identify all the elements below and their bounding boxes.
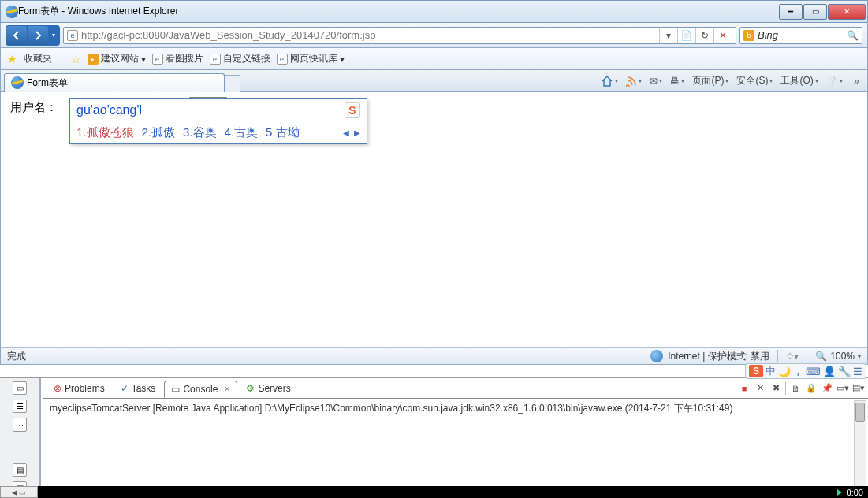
clock-text: 0:00 bbox=[847, 488, 863, 497]
nav-button-group: ▾ bbox=[6, 25, 60, 46]
ime-candidate-3[interactable]: 3.谷奥 bbox=[183, 125, 217, 140]
dock-item-1[interactable]: ▭ bbox=[13, 381, 27, 395]
maximize-button[interactable]: ▭ bbox=[803, 4, 827, 20]
sogou-logo-icon: S bbox=[345, 102, 360, 118]
compat-view-icon[interactable]: 📄 bbox=[677, 28, 695, 43]
ime-soft-kbd-icon[interactable]: ⌨ bbox=[806, 366, 821, 377]
ime-candidate-4[interactable]: 4.古奥 bbox=[225, 125, 259, 140]
url-dropdown-icon[interactable]: ▾ bbox=[659, 28, 676, 43]
fav-link-2[interactable]: e自定义链接 bbox=[210, 52, 270, 65]
tab-console[interactable]: ▭Console✕ bbox=[164, 381, 237, 398]
ime-menu-icon[interactable]: ☰ bbox=[853, 366, 862, 377]
page-menu[interactable]: 页面(P) ▾ bbox=[692, 74, 728, 87]
command-bar-overflow[interactable]: » bbox=[854, 75, 859, 87]
dock-item-2[interactable]: ☰ bbox=[13, 400, 27, 413]
ime-composition-text[interactable]: gu'ao'cang'l bbox=[76, 103, 142, 117]
open-console-icon[interactable]: ▤▾ bbox=[852, 382, 865, 395]
window-titlebar: Form表单 - Windows Internet Explorer ━ ▭ ✕ bbox=[0, 0, 868, 23]
tab-servers[interactable]: ⚙Servers bbox=[239, 380, 297, 397]
tab-bar: Form表单 ▾ ▾ ✉▾ 🖶▾ 页面(P) ▾ 安全(S) ▾ 工具(O) ▾… bbox=[0, 70, 868, 92]
remove-all-icon[interactable]: ✖ bbox=[769, 382, 782, 395]
refresh-icon[interactable]: ↻ bbox=[695, 28, 713, 43]
protected-mode-icon[interactable]: ✩▾ bbox=[786, 351, 799, 362]
back-button[interactable] bbox=[6, 26, 27, 45]
address-bar[interactable]: e ▾ 📄 ↻ ✕ bbox=[63, 27, 736, 44]
feeds-button[interactable]: ▾ bbox=[626, 76, 642, 87]
navigation-toolbar: ▾ e ▾ 📄 ↻ ✕ b Bing 🔍 bbox=[0, 23, 868, 48]
dock-item-4[interactable]: ▤ bbox=[13, 463, 27, 477]
minimize-button[interactable]: ━ bbox=[779, 4, 803, 20]
tools-menu[interactable]: 工具(O) ▾ bbox=[780, 74, 818, 87]
dock-item-3[interactable]: ⋯ bbox=[13, 418, 27, 431]
ime-cursor bbox=[143, 103, 143, 117]
ime-candidate-2[interactable]: 2.孤傲 bbox=[142, 125, 176, 140]
console-toolbar: ■ ✕ ✖ 🗎 🔒 📌 ▭▾ ▤▾ bbox=[738, 382, 865, 395]
ime-composition-row: gu'ao'cang'l S bbox=[70, 99, 367, 121]
console-output[interactable]: myeclipseTomcatServer [Remote Java Appli… bbox=[43, 399, 868, 494]
page-content: 用户名： 提交 gu'ao'cang'l S 1.孤傲苍狼 2.孤傲 3.谷奥 … bbox=[0, 92, 868, 347]
search-icon[interactable]: 🔍 bbox=[847, 30, 859, 41]
fav-link-1[interactable]: e看图搜片 bbox=[152, 52, 203, 65]
sogou-status-icon[interactable]: S bbox=[749, 365, 763, 377]
ime-page-arrows[interactable]: ◀ ▶ bbox=[343, 128, 360, 137]
scroll-lock-icon[interactable]: 🔒 bbox=[805, 382, 818, 395]
terminate-icon[interactable]: ■ bbox=[738, 382, 751, 395]
tab-active[interactable]: Form表单 bbox=[4, 73, 225, 92]
favorites-label[interactable]: 收藏夹 bbox=[24, 52, 52, 65]
add-favorite-icon[interactable]: ☆ bbox=[71, 53, 81, 65]
ime-tool-icon[interactable]: 🔧 bbox=[838, 366, 851, 377]
search-box[interactable]: b Bing 🔍 bbox=[739, 27, 862, 44]
hscroll-left[interactable]: ◀ ▭ bbox=[0, 486, 38, 498]
print-button[interactable]: 🖶▾ bbox=[670, 76, 684, 87]
ime-candidates: 1.孤傲苍狼 2.孤傲 3.谷奥 4.古奥 5.古坳 ◀ ▶ bbox=[70, 121, 367, 143]
nav-history-dropdown[interactable]: ▾ bbox=[48, 26, 59, 45]
view-tabs: ⊗Problems ✓Tasks ▭Console✕ ⚙Servers ■ ✕ … bbox=[43, 378, 868, 399]
username-label: 用户名： bbox=[10, 100, 58, 113]
console-scrollbar[interactable] bbox=[854, 400, 866, 492]
window-title: Form表单 - Windows Internet Explorer bbox=[18, 5, 778, 18]
tab-tasks[interactable]: ✓Tasks bbox=[114, 380, 163, 397]
eclipse-dock: ▭ ☰ ⋯ ▤ ◧ bbox=[0, 378, 41, 495]
ime-user-icon[interactable]: 👤 bbox=[823, 366, 836, 377]
console-line: myeclipseTomcatServer [Remote Java Appli… bbox=[50, 403, 732, 414]
window-buttons: ━ ▭ ✕ bbox=[778, 4, 866, 20]
clear-console-icon[interactable]: 🗎 bbox=[789, 382, 802, 395]
ime-popup: gu'ao'cang'l S 1.孤傲苍狼 2.孤傲 3.谷奥 4.古奥 5.古… bbox=[69, 98, 367, 144]
favorites-star-icon[interactable]: ★ bbox=[7, 53, 17, 65]
ime-status-toolbar[interactable]: S 中 🌙 ， ⌨ 👤 🔧 ☰ bbox=[745, 363, 866, 379]
ime-candidate-5[interactable]: 5.古坳 bbox=[266, 125, 300, 140]
command-bar: ▾ ▾ ✉▾ 🖶▾ 页面(P) ▾ 安全(S) ▾ 工具(O) ▾ ❔▾ » bbox=[601, 74, 864, 87]
tab-problems[interactable]: ⊗Problems bbox=[47, 380, 112, 397]
ime-punct-icon[interactable]: ， bbox=[793, 364, 803, 378]
home-button[interactable]: ▾ bbox=[601, 75, 618, 87]
eclipse-panel: ▭ ☰ ⋯ ▤ ◧ ⊗Problems ✓Tasks ▭Console✕ ⚙Se… bbox=[0, 377, 868, 494]
display-console-icon[interactable]: ▭▾ bbox=[836, 382, 849, 395]
bing-icon: b bbox=[743, 30, 754, 41]
forward-button[interactable] bbox=[28, 26, 48, 45]
tab-title: Form表单 bbox=[27, 76, 68, 90]
new-tab-button[interactable] bbox=[225, 75, 240, 92]
taskbar-clock-area: 0:00 bbox=[38, 486, 868, 498]
pin-console-icon[interactable]: 📌 bbox=[821, 382, 833, 395]
stop-icon[interactable]: ✕ bbox=[713, 28, 731, 43]
ime-moon-icon[interactable]: 🌙 bbox=[778, 366, 791, 377]
help-button[interactable]: ❔▾ bbox=[826, 76, 843, 87]
page-favicon-icon: e bbox=[67, 30, 78, 41]
scrollbar-thumb[interactable] bbox=[855, 403, 865, 422]
mail-button[interactable]: ✉▾ bbox=[650, 76, 662, 87]
status-text: 完成 bbox=[7, 350, 26, 363]
fav-link-0[interactable]: ▸建议网站 ▾ bbox=[88, 52, 146, 65]
ime-lang-label[interactable]: 中 bbox=[766, 364, 776, 378]
close-button[interactable]: ✕ bbox=[828, 4, 866, 20]
play-icon bbox=[837, 489, 842, 496]
favorites-bar: ★ 收藏夹 │ ☆ ▸建议网站 ▾ e看图搜片 e自定义链接 e网页快讯库 ▾ bbox=[0, 48, 868, 70]
ie-favicon-icon bbox=[6, 6, 18, 18]
fav-link-3[interactable]: e网页快讯库 ▾ bbox=[277, 52, 345, 65]
close-tab-icon[interactable]: ✕ bbox=[224, 385, 230, 393]
remove-launch-icon[interactable]: ✕ bbox=[754, 382, 766, 395]
status-bar: 完成 Internet | 保护模式: 禁用 ✩▾ 🔍 100% ▾ bbox=[0, 347, 868, 365]
url-input[interactable] bbox=[81, 29, 658, 41]
ime-candidate-1[interactable]: 1.孤傲苍狼 bbox=[76, 125, 134, 140]
safety-menu[interactable]: 安全(S) ▾ bbox=[736, 74, 773, 87]
zoom-control[interactable]: 🔍 100% ▾ bbox=[815, 351, 861, 362]
